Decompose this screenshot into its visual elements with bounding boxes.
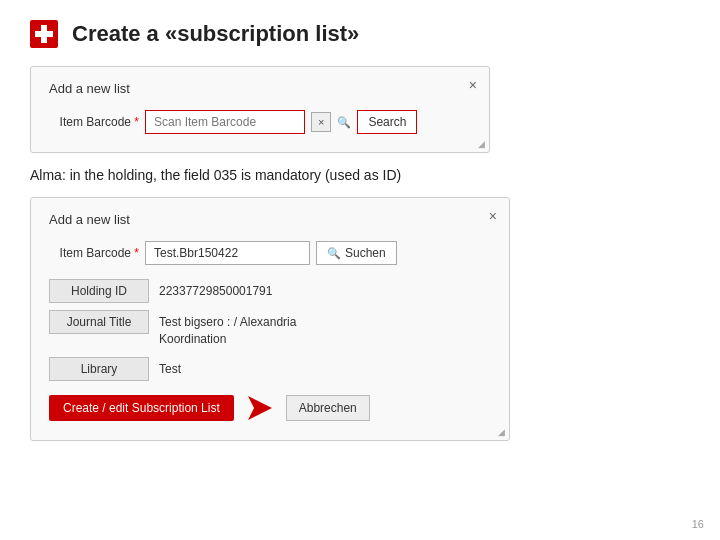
form-row-1: Item Barcode * × 🔍 Search [49,110,471,134]
bottom-action-row: Create / edit Subscription List Abbreche… [49,392,491,424]
field-row-library: Library Test [49,357,491,382]
barcode-label-1: Item Barcode * [49,115,139,129]
field-row-holding-id: Holding ID 22337729850001791 [49,279,491,304]
dialog-card-1: Add a new list × Item Barcode * × 🔍 Sear… [30,66,490,153]
dialog2-close-button[interactable]: × [489,208,497,224]
header-row: Create a «subscription list» [30,20,690,48]
library-label: Library [49,357,149,381]
subtitle-text: Alma: in the holding, the field 035 is m… [30,167,690,183]
clear-button-1[interactable]: × [311,112,331,132]
search-button-1[interactable]: Search [357,110,417,134]
barcode-label-2: Item Barcode * [49,246,139,260]
page-number: 16 [692,518,704,530]
barcode-input-1[interactable] [145,110,305,134]
page-title: Create a «subscription list» [72,21,359,47]
field-row-journal-title: Journal Title Test bigsero : / Alexandri… [49,310,491,352]
required-star-2: * [134,246,139,260]
journal-title-value: Test bigsero : / AlexandriaKoordination [159,310,296,352]
suchen-button[interactable]: 🔍 Suchen [316,241,397,265]
resize-handle-1: ◢ [478,139,485,149]
holding-id-label: Holding ID [49,279,149,303]
svg-rect-2 [35,31,53,37]
barcode-input-2[interactable] [145,241,310,265]
dialog1-close-button[interactable]: × [469,77,477,93]
svg-marker-3 [248,396,272,420]
suchen-search-icon: 🔍 [327,247,341,260]
library-value: Test [159,357,181,382]
form-row-2: Item Barcode * 🔍 Suchen [49,241,491,265]
fields-section: Holding ID 22337729850001791 Journal Tit… [49,279,491,382]
dialog1-title: Add a new list [49,81,471,96]
journal-title-label: Journal Title [49,310,149,334]
abbrechen-button[interactable]: Abbrechen [286,395,370,421]
required-star-1: * [134,115,139,129]
arrow-indicator-icon [244,392,276,424]
create-list-button[interactable]: Create / edit Subscription List [49,395,234,421]
search-icon-1: 🔍 [337,116,351,129]
holding-id-value: 22337729850001791 [159,279,272,304]
dialog2-title: Add a new list [49,212,491,227]
resize-handle-2: ◢ [498,427,505,437]
dialog-card-2: Add a new list × Item Barcode * 🔍 Suchen… [30,197,510,441]
swiss-logo-icon [30,20,58,48]
page-container: Create a «subscription list» Add a new l… [0,0,720,461]
